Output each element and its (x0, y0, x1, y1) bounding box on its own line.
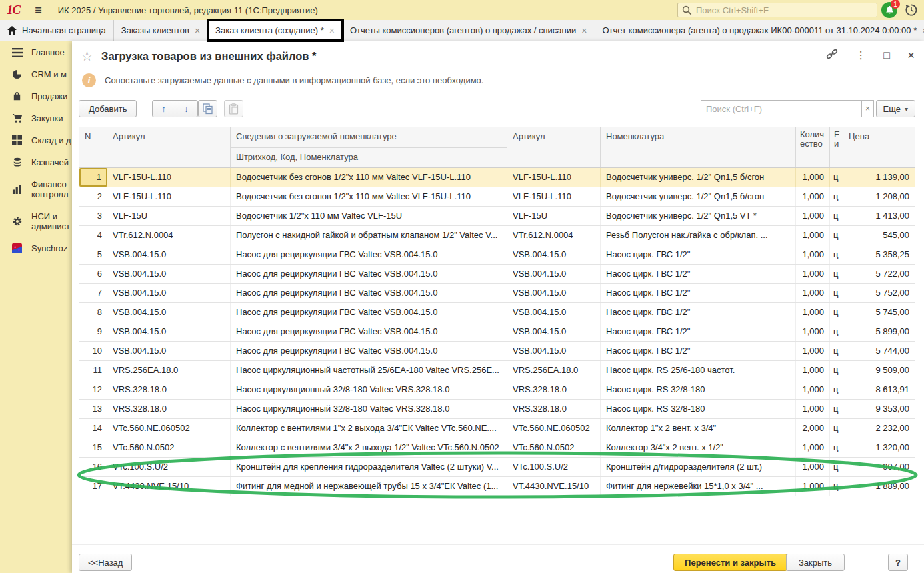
cell-unit[interactable]: ц (830, 400, 843, 418)
col-header-unit[interactable]: Е и (830, 127, 843, 167)
cell-article2[interactable]: VTc.560.NE.060502 (507, 419, 601, 438)
link-icon[interactable] (826, 49, 838, 61)
cell-article[interactable]: VSB.004.15.0 (107, 245, 231, 264)
cell-article2[interactable]: VTc.560.N.0502 (507, 438, 601, 457)
sidebar-item-finance-controlling[interactable]: Финансо контролл (0, 173, 72, 205)
sidebar-item-crm[interactable]: CRM и м (0, 63, 72, 85)
cell-qty[interactable]: 1,000 (796, 380, 830, 399)
cell-article2[interactable]: VRS.328.18.0 (507, 400, 601, 418)
cell-n[interactable]: 12 (79, 380, 107, 399)
cell-info[interactable]: Коллектор с вентилями 1"х 2 выхода 3/4"Е… (231, 419, 507, 438)
cell-article[interactable]: VRS.328.18.0 (107, 400, 231, 418)
col-header-price[interactable]: Цена (843, 127, 915, 167)
cell-price[interactable]: 1 413,00 (843, 207, 915, 225)
global-search-input[interactable] (696, 5, 873, 15)
cell-qty[interactable]: 2,000 (796, 419, 830, 438)
cell-article2[interactable]: VSB.004.15.0 (507, 245, 601, 264)
close-icon[interactable]: × (907, 50, 915, 61)
cell-article[interactable]: VLF-15U (107, 207, 231, 225)
cell-nomenclature[interactable]: Водосчетчик универс. 1/2" Qn1,5 б/сгон (601, 168, 796, 187)
more-dots-icon[interactable]: ⋮ (855, 50, 866, 61)
paste-button[interactable] (224, 100, 243, 117)
cell-price[interactable]: 5 899,00 (843, 322, 915, 341)
cell-article[interactable]: VRS.256EA.18.0 (107, 361, 231, 380)
cell-qty[interactable]: 1,000 (796, 245, 830, 264)
sidebar-item-synchroz[interactable]: Synchroz (0, 237, 72, 259)
cell-qty[interactable]: 1,000 (796, 458, 830, 476)
cell-qty[interactable]: 1,000 (796, 361, 830, 380)
sidebar-item-main[interactable]: Главное (0, 41, 72, 63)
cell-article[interactable]: VTc.560.N.0502 (107, 438, 231, 457)
cell-nomenclature[interactable]: Насос цирк. ГВС 1/2" (601, 322, 796, 341)
cell-info[interactable]: Полусгон с накидной гайкой и обратным кл… (231, 226, 507, 245)
cell-article[interactable]: VTr.612.N.0004 (107, 226, 231, 245)
cell-n[interactable]: 9 (79, 322, 107, 341)
cell-price[interactable]: 1 139,00 (843, 168, 915, 187)
cell-unit[interactable]: ц (830, 419, 843, 438)
cell-nomenclature[interactable]: Кронштейн д/гидроразделителя (2 шт.) (601, 458, 796, 476)
clear-search-icon[interactable]: × (861, 100, 874, 117)
table-search-input[interactable] (701, 104, 861, 114)
sidebar-item-warehouse[interactable]: Склад и д (0, 129, 72, 151)
tab-2[interactable]: Заказ клиента (создание) *× (208, 20, 343, 41)
cell-unit[interactable]: ц (830, 342, 843, 360)
tab-4[interactable]: Отчет комиссионера (агента) о продажах И… (595, 20, 924, 41)
cell-qty[interactable]: 1,000 (796, 322, 830, 341)
cell-n[interactable]: 11 (79, 361, 107, 380)
cell-qty[interactable]: 1,000 (796, 477, 830, 496)
cell-price[interactable]: 9 353,00 (843, 400, 915, 418)
cell-info[interactable]: Насос для рециркуляции ГВС Valtec VSB.00… (231, 245, 507, 264)
cell-price[interactable]: 5 744,00 (843, 342, 915, 360)
col-header-article2[interactable]: Артикул (507, 127, 601, 167)
tab-3[interactable]: Отчеты комиссионеров (агентов) о продажа… (343, 20, 595, 41)
cell-article2[interactable]: VTr.612.N.0004 (507, 226, 601, 245)
cell-n[interactable]: 2 (79, 187, 107, 206)
cell-qty[interactable]: 1,000 (796, 438, 830, 457)
favorite-star-icon[interactable]: ☆ (81, 49, 93, 64)
cell-unit[interactable]: ц (830, 187, 843, 206)
tab-0[interactable]: Начальная страница (0, 20, 114, 41)
cell-price[interactable]: 545,00 (843, 226, 915, 245)
cell-price[interactable]: 5 745,00 (843, 303, 915, 322)
sidebar-item-nsi-admin[interactable]: НСИ и админист (0, 205, 72, 237)
cell-n[interactable]: 16 (79, 458, 107, 476)
cell-n[interactable]: 8 (79, 303, 107, 322)
cell-price[interactable]: 9 509,00 (843, 361, 915, 380)
cell-unit[interactable]: ц (830, 303, 843, 322)
table-row[interactable]: 14VTc.560.NE.060502Коллектор с вентилями… (79, 419, 915, 438)
tab-close-icon[interactable]: × (195, 25, 200, 36)
cell-unit[interactable]: ц (830, 458, 843, 476)
cell-n[interactable]: 10 (79, 342, 107, 360)
cell-unit[interactable]: ц (830, 477, 843, 496)
tab-close-icon[interactable]: × (581, 25, 587, 36)
cell-n[interactable]: 14 (79, 419, 107, 438)
cell-qty[interactable]: 1,000 (796, 207, 830, 225)
cell-n[interactable]: 13 (79, 400, 107, 418)
cell-article[interactable]: VTc.100.S.U/2 (107, 458, 231, 476)
table-row[interactable]: 9VSB.004.15.0Насос для рециркуляции ГВС … (79, 322, 915, 342)
transfer-and-close-button[interactable]: Перенести и закрыть (673, 554, 787, 571)
sidebar-item-sales[interactable]: Продажи (0, 85, 72, 107)
close-button[interactable]: Закрыть (786, 554, 845, 571)
cell-info[interactable]: Кронштейн для крепления гидроразделителя… (231, 458, 507, 476)
cell-nomenclature[interactable]: Резьб Полусгон нак./гайка с обр/клап. ..… (601, 226, 796, 245)
cell-qty[interactable]: 1,000 (796, 342, 830, 360)
cell-qty[interactable]: 1,000 (796, 284, 830, 302)
cell-article[interactable]: VLF-15U-L.110 (107, 187, 231, 206)
cell-nomenclature[interactable]: Насос цирк. ГВС 1/2" (601, 284, 796, 302)
cell-price[interactable]: 5 752,00 (843, 284, 915, 302)
cell-info[interactable]: Фитинг для медной и нержавеющей трубы 15… (231, 477, 507, 496)
cell-nomenclature[interactable]: Насос цирк. RS 32/8-180 (601, 400, 796, 418)
cell-article[interactable]: VSB.004.15.0 (107, 342, 231, 360)
cell-info[interactable]: Насос циркуляционный 32/8-180 Valtec VRS… (231, 400, 507, 418)
table-row[interactable]: 13VRS.328.18.0Насос циркуляционный 32/8-… (79, 400, 915, 419)
cell-price[interactable]: 1 889,00 (843, 477, 915, 496)
back-button[interactable]: <<Назад (79, 554, 132, 571)
cell-nomenclature[interactable]: Насос цирк. ГВС 1/2" (601, 265, 796, 283)
cell-article2[interactable]: VSB.004.15.0 (507, 322, 601, 341)
col-header-article[interactable]: Артикул (107, 127, 231, 167)
table-row[interactable]: 6VSB.004.15.0Насос для рециркуляции ГВС … (79, 265, 915, 284)
col-header-info[interactable]: Сведения о загружаемой номенклатуре Штри… (231, 127, 507, 167)
cell-unit[interactable]: ц (830, 207, 843, 225)
table-row[interactable]: 15VTc.560.N.0502Коллектор с вентилями 3/… (79, 438, 915, 458)
